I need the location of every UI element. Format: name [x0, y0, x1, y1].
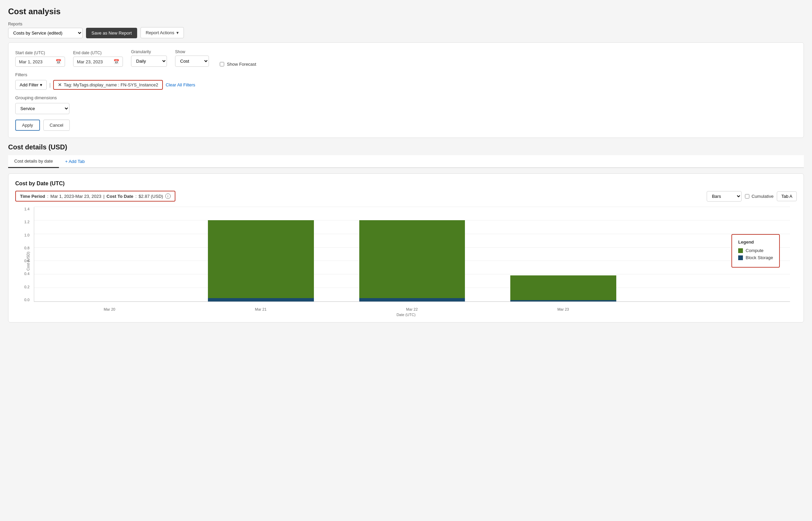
cumulative-label: Cumulative: [751, 194, 773, 199]
bar-compute-mar22: [359, 220, 465, 298]
action-buttons: Apply Cancel: [15, 120, 797, 131]
x-label-end: [639, 305, 790, 315]
y-label-08: 0.8: [24, 246, 29, 250]
grouping-section: Grouping dimensions Service Region Resou…: [15, 95, 797, 114]
grouping-title: Grouping dimensions: [15, 95, 797, 100]
calendar-icon-start: 📅: [56, 59, 61, 64]
time-period-label: Time Period: [20, 194, 45, 199]
end-date-group: End date (UTC) 📅: [73, 50, 123, 67]
filter-remove-button[interactable]: ✕: [58, 82, 62, 87]
cumulative-wrapper: Cumulative: [745, 194, 773, 199]
reports-section: Reports Costs by Service (edited) Costs …: [8, 22, 83, 38]
filters-row: Add Filter ▾ | ✕ Tag: MyTags.display_nam…: [15, 80, 797, 90]
end-date-label: End date (UTC): [73, 50, 123, 55]
x-axis-title: Date (UTC): [397, 313, 415, 317]
x-label-mar23: Mar 23: [488, 305, 639, 315]
y-label-14: 1.4: [24, 207, 29, 211]
y-label-10: 1.0: [24, 233, 29, 237]
x-label-mar20: Mar 20: [34, 305, 185, 315]
chart-container: Cost by Date (UTC) Time Period : Mar 1, …: [8, 173, 804, 322]
show-group: Show Cost Usage: [175, 49, 209, 67]
filter-tag-label: Tag: MyTags.display_name : FN-SYS_Instan…: [64, 82, 158, 87]
report-actions-label: Report Actions: [146, 30, 174, 35]
chart-meta-right: Bars Lines Stacked Cumulative Tab A: [707, 191, 797, 202]
legend-item-block-storage: Block Storage: [738, 255, 773, 260]
cost-to-date-separator: |: [103, 194, 104, 199]
bar-stack-mar23: [510, 275, 616, 301]
top-controls: Reports Costs by Service (edited) Costs …: [8, 22, 804, 38]
tabs-bar: Cost details by date + Add Tab: [8, 155, 804, 168]
granularity-select[interactable]: Daily Monthly Weekly: [131, 56, 167, 67]
legend-label-block-storage: Block Storage: [746, 255, 773, 260]
bar-stack-mar22: [359, 220, 465, 301]
bar-stack-mar21: [208, 220, 314, 301]
chart-title: Cost by Date (UTC): [15, 181, 797, 187]
y-label-04: 0.4: [24, 272, 29, 276]
info-icon[interactable]: i: [165, 193, 171, 199]
filter-panel: Start date (UTC) 📅 End date (UTC) 📅 Gran…: [8, 42, 804, 138]
y-axis-title: Cost (USD): [26, 252, 30, 271]
reports-label: Reports: [8, 22, 83, 26]
chart-meta: Time Period : Mar 1, 2023-Mar 23, 2023 |…: [15, 191, 797, 202]
show-forecast-wrapper: Show Forecast: [220, 62, 256, 67]
chevron-down-icon: ▾: [176, 30, 179, 35]
tab-a-button[interactable]: Tab A: [777, 191, 797, 201]
apply-button[interactable]: Apply: [15, 120, 40, 131]
start-date-wrapper: 📅: [15, 57, 65, 67]
cost-details-title: Cost details (USD): [8, 143, 804, 151]
show-forecast-label: Show Forecast: [227, 62, 256, 67]
add-filter-button[interactable]: Add Filter ▾: [15, 80, 47, 90]
x-label-mar21: Mar 21: [185, 305, 337, 315]
y-label-00: 0.0: [24, 298, 29, 302]
bar-block-mar22: [359, 298, 465, 301]
bar-group-mar20: [34, 207, 185, 301]
legend-color-compute: [738, 248, 743, 253]
active-filter-tag: ✕ Tag: MyTags.display_name : FN-SYS_Inst…: [53, 80, 163, 90]
legend-box: Legend Compute Block Storage: [731, 234, 780, 268]
page-title: Cost analysis: [8, 7, 804, 16]
filters-title: Filters: [15, 72, 797, 77]
time-period-separator: :: [47, 194, 48, 199]
y-label-02: 0.2: [24, 285, 29, 289]
add-filter-label: Add Filter: [20, 82, 39, 87]
filter-divider: |: [49, 82, 51, 88]
chart-meta-left: Time Period : Mar 1, 2023-Mar 23, 2023 |…: [15, 191, 175, 202]
cost-to-date-value: $2.87 (USD): [138, 194, 163, 199]
clear-all-filters-button[interactable]: Clear All Filters: [166, 82, 195, 87]
end-date-input[interactable]: [77, 59, 111, 64]
chart-type-select[interactable]: Bars Lines Stacked: [707, 191, 742, 202]
bar-block-mar23: [510, 300, 616, 301]
bar-group-mar21: [185, 207, 336, 301]
show-forecast-checkbox[interactable]: [220, 62, 224, 66]
cancel-button[interactable]: Cancel: [43, 120, 70, 131]
show-select[interactable]: Cost Usage: [175, 56, 209, 67]
time-period-value: Mar 1, 2023-Mar 23, 2023: [50, 194, 101, 199]
save-report-button[interactable]: Save as New Report: [86, 28, 137, 38]
report-actions-button[interactable]: Report Actions ▾: [141, 27, 184, 38]
bar-group-mar22: [337, 207, 488, 301]
legend-color-block-storage: [738, 255, 743, 260]
reports-select[interactable]: Costs by Service (edited) Costs by Servi…: [8, 28, 83, 38]
start-date-input[interactable]: [19, 59, 53, 64]
cost-details-section: Cost details (USD) Cost details by date …: [8, 143, 804, 322]
start-date-label: Start date (UTC): [15, 50, 65, 55]
filters-section: Filters Add Filter ▾ | ✕ Tag: MyTags.dis…: [15, 72, 797, 90]
grouping-select[interactable]: Service Region Resource Tag: [15, 103, 69, 114]
y-label-12: 1.2: [24, 220, 29, 224]
cost-to-date-colon: :: [135, 194, 137, 199]
end-date-wrapper: 📅: [73, 57, 123, 67]
calendar-icon-end: 📅: [113, 59, 119, 64]
chart-area: 1.4 1.2 1.0 0.8 0.6 0.4 0.2 0.0 Cost (US…: [15, 207, 797, 315]
add-tab-button[interactable]: + Add Tab: [59, 155, 91, 167]
legend-title: Legend: [738, 239, 773, 245]
bar-compute-mar23: [510, 275, 616, 300]
cumulative-checkbox[interactable]: [745, 194, 749, 199]
granularity-group: Granularity Daily Monthly Weekly: [131, 49, 167, 67]
tab-cost-details-by-date[interactable]: Cost details by date: [8, 155, 59, 168]
date-granularity-row: Start date (UTC) 📅 End date (UTC) 📅 Gran…: [15, 49, 797, 67]
bar-block-mar21: [208, 298, 314, 301]
cost-to-date-label: Cost To Date: [107, 194, 133, 199]
page-container: Cost analysis Reports Costs by Service (…: [0, 0, 812, 329]
legend-label-compute: Compute: [746, 248, 764, 253]
bar-compute-mar21: [208, 220, 314, 298]
